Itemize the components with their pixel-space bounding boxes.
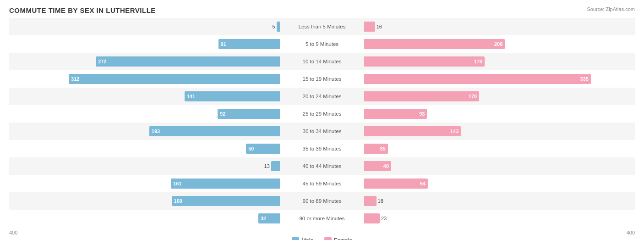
male-bar: 141 — [185, 91, 280, 101]
male-value-inside: 272 — [98, 59, 106, 64]
female-value-inside: 178 — [474, 59, 482, 64]
chart-title: COMMUTE TIME BY SEX IN LUTHERVILLE — [9, 6, 635, 14]
left-half: 13 — [9, 157, 281, 175]
legend: Male Female — [9, 237, 635, 240]
female-bar: 335 — [364, 74, 591, 84]
male-value-outside: 5 — [273, 24, 275, 29]
bottom-area: 400 400 Male Female — [9, 228, 635, 240]
female-bar: 16 — [364, 22, 375, 32]
right-half: 18 — [363, 192, 635, 210]
male-swatch — [292, 237, 299, 240]
male-bar: 160 — [172, 196, 280, 206]
female-swatch — [324, 237, 332, 240]
female-value-outside: 16 — [377, 24, 382, 29]
female-bar: 18 — [364, 196, 377, 206]
left-half: 32 — [9, 210, 281, 227]
female-bar-wrap: 178 — [364, 56, 635, 67]
right-half: 94 — [363, 175, 635, 192]
male-value-inside: 92 — [220, 111, 225, 117]
right-half: 35 — [363, 140, 635, 157]
female-bar: 143 — [364, 126, 461, 136]
legend-male: Male — [292, 237, 313, 240]
female-bar-wrap: 94 — [364, 179, 635, 189]
row-label: 90 or more Minutes — [281, 216, 363, 221]
male-value-inside: 161 — [173, 181, 181, 186]
male-label: Male — [301, 237, 313, 240]
male-bar: 91 — [218, 39, 280, 49]
table-row: 193 30 to 34 Minutes 143 — [9, 123, 635, 140]
left-half: 50 — [9, 140, 281, 157]
row-label: 25 to 29 Minutes — [281, 111, 363, 117]
table-row: 5 Less than 5 Minutes 16 — [9, 18, 635, 35]
left-half: 92 — [9, 105, 281, 123]
female-bar: 93 — [364, 109, 427, 119]
female-value-inside: 93 — [419, 111, 425, 117]
right-half: 208 — [363, 35, 635, 53]
female-bar-wrap: 16 — [364, 22, 635, 32]
axis-left-label: 400 — [9, 230, 17, 235]
male-bar: 50 — [246, 144, 280, 154]
table-row: 13 40 to 44 Minutes 40 — [9, 157, 635, 175]
male-bar-wrap: 160 — [9, 196, 280, 206]
right-half: 93 — [363, 105, 635, 123]
male-bar: 161 — [171, 179, 280, 189]
row-label: 60 to 89 Minutes — [281, 198, 363, 204]
female-value-outside: 18 — [378, 198, 383, 204]
female-bar: 94 — [364, 179, 428, 189]
male-bar-wrap: 312 — [9, 74, 280, 84]
left-half: 5 — [9, 18, 281, 35]
female-bar: 23 — [364, 213, 380, 223]
table-row: 312 15 to 19 Minutes 335 — [9, 70, 635, 88]
male-value-inside: 160 — [174, 198, 182, 204]
row-label: 45 to 59 Minutes — [281, 181, 363, 186]
female-bar-wrap: 208 — [364, 39, 635, 49]
left-half: 160 — [9, 192, 281, 210]
table-row: 141 20 to 24 Minutes 170 — [9, 88, 635, 105]
male-bar-wrap: 161 — [9, 179, 280, 189]
row-label: 40 to 44 Minutes — [281, 163, 363, 169]
female-value-inside: 35 — [380, 146, 385, 151]
female-bar-wrap: 18 — [364, 196, 635, 206]
left-half: 312 — [9, 70, 281, 88]
row-label: 10 to 14 Minutes — [281, 59, 363, 64]
female-bar: 208 — [364, 39, 505, 49]
axis-right-label: 400 — [627, 230, 635, 235]
table-row: 272 10 to 14 Minutes 178 — [9, 53, 635, 70]
table-row: 32 90 or more Minutes 23 — [9, 210, 635, 227]
male-bar-wrap: 91 — [9, 39, 280, 49]
female-bar: 178 — [364, 56, 485, 67]
row-label: 20 to 24 Minutes — [281, 94, 363, 99]
female-value-inside: 335 — [580, 76, 589, 82]
female-bar-wrap: 170 — [364, 91, 635, 101]
male-value-inside: 312 — [71, 76, 79, 82]
right-half: 143 — [363, 123, 635, 140]
female-value-inside: 94 — [420, 181, 426, 186]
male-bar-wrap: 5 — [9, 22, 280, 32]
female-value-inside: 143 — [450, 128, 458, 134]
male-bar: 92 — [218, 109, 280, 119]
left-half: 91 — [9, 35, 281, 53]
female-value-outside: 23 — [381, 216, 387, 221]
male-bar-wrap: 50 — [9, 144, 280, 154]
female-bar-wrap: 143 — [364, 126, 635, 136]
female-bar-wrap: 93 — [364, 109, 635, 119]
chart-source: Source: ZipAtlas.com — [587, 6, 635, 12]
male-value-inside: 91 — [221, 41, 226, 47]
left-half: 141 — [9, 88, 281, 105]
male-bar: 13 — [271, 161, 280, 171]
female-label: Female — [334, 237, 352, 240]
right-half: 335 — [363, 70, 635, 88]
male-bar: 32 — [258, 213, 280, 223]
table-row: 161 45 to 59 Minutes 94 — [9, 175, 635, 192]
chart-container: COMMUTE TIME BY SEX IN LUTHERVILLE Sourc… — [0, 0, 644, 240]
table-row: 160 60 to 89 Minutes 18 — [9, 192, 635, 210]
row-label: 30 to 34 Minutes — [281, 128, 363, 134]
legend-female: Female — [324, 237, 352, 240]
male-bar: 272 — [96, 56, 280, 67]
male-value-inside: 50 — [248, 146, 254, 151]
right-half: 16 — [363, 18, 635, 35]
male-bar: 193 — [149, 126, 280, 136]
left-half: 193 — [9, 123, 281, 140]
right-half: 170 — [363, 88, 635, 105]
left-half: 161 — [9, 175, 281, 192]
